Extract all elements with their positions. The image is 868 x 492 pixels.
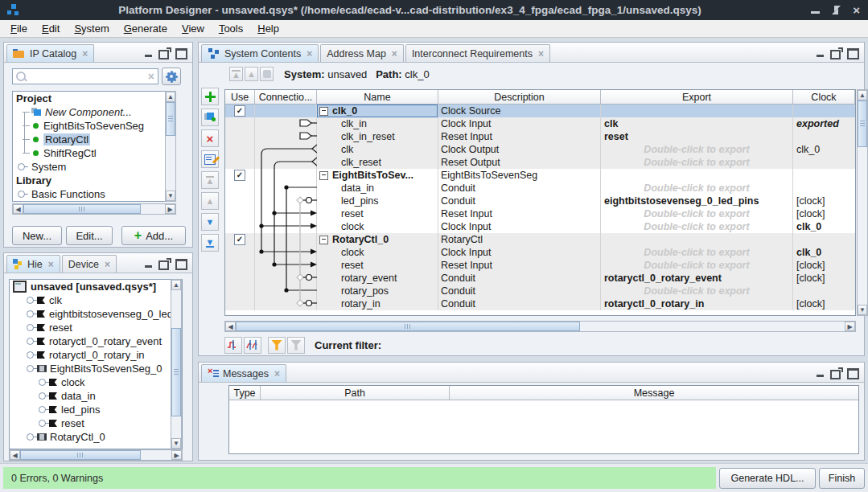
tab-close-icon[interactable]: × — [48, 259, 54, 270]
tab-interconnect-requirements[interactable]: Interconnect Requirements × — [405, 44, 550, 62]
tab-close-icon[interactable]: × — [82, 48, 88, 59]
connections-cell[interactable] — [255, 285, 317, 297]
menu-view[interactable]: View — [175, 21, 212, 36]
menu-edit[interactable]: Edit — [35, 21, 67, 36]
connections-cell[interactable] — [255, 233, 317, 246]
expand-toggle-icon[interactable] — [39, 392, 46, 400]
hierarchy-item-eightbitstosevenseg-0-led-[interactable]: eightbitstosevenseg_0_led_ — [10, 307, 182, 321]
clock-cell[interactable]: [clock] — [793, 207, 855, 220]
move-up-button[interactable]: ▲ — [201, 192, 219, 210]
name-cell[interactable]: clk_in_reset — [317, 130, 438, 143]
export-cell[interactable]: clk — [601, 117, 793, 130]
move-top-button[interactable]: ▲ — [201, 171, 219, 189]
table-row-clk-in[interactable]: clk_inClock Inputclkexported — [225, 117, 855, 130]
panel-maximize-icon[interactable] — [847, 48, 859, 59]
hierarchy-item-clock[interactable]: clock — [10, 375, 182, 389]
clock-cell[interactable]: clk_0 — [793, 220, 855, 233]
tab-device[interactable]: Device × — [62, 255, 117, 273]
export-cell[interactable] — [601, 169, 793, 182]
message-column-path[interactable]: Path — [261, 386, 450, 400]
move-up-hierarchy-button[interactable]: ▲ — [229, 67, 243, 81]
export-cell[interactable]: eightbitstosevenseg_0_led_pins — [601, 195, 793, 207]
use-checkbox[interactable]: ✓ — [234, 170, 245, 181]
collapse-icon[interactable] — [319, 171, 328, 180]
ip-settings-button[interactable] — [162, 68, 181, 85]
connections-cell[interactable] — [255, 182, 317, 195]
ip-tree-item-basic-functions[interactable]: Basic Functions — [13, 187, 175, 201]
show-interfaces-button[interactable] — [244, 337, 261, 354]
clock-cell[interactable]: clk_0 — [793, 143, 855, 156]
message-column-type[interactable]: Type — [229, 386, 261, 400]
name-cell[interactable]: reset — [317, 259, 438, 272]
ip-tree-item-library[interactable]: Library — [13, 174, 175, 187]
panel-float-icon[interactable] — [158, 260, 169, 270]
ip-search-field[interactable]: × — [12, 68, 158, 84]
hierarchy-item-rotaryctl-0-rotary-event[interactable]: rotaryctl_0_rotary_event — [10, 334, 182, 348]
name-cell[interactable]: EightBitsToSev... — [317, 169, 438, 182]
name-cell[interactable]: reset — [317, 207, 438, 220]
clear-filter-button[interactable] — [287, 337, 305, 354]
table-row-rotaryctl-0[interactable]: ✓RotaryCtl_0RotaryCtl — [225, 233, 855, 246]
search-input[interactable] — [29, 70, 145, 83]
connections-cell[interactable] — [255, 130, 317, 143]
expand-toggle-icon[interactable] — [27, 351, 34, 359]
ip-tree-item-eightbitstosevenseg[interactable]: EightBitsToSevenSeg — [13, 119, 175, 133]
name-cell[interactable]: clk_0 — [317, 105, 438, 117]
expand-toggle-icon[interactable] — [27, 338, 34, 345]
connections-cell[interactable] — [255, 169, 317, 182]
hierarchy-vertical-scrollbar[interactable]: ▲ ▼ — [171, 279, 182, 449]
hierarchy-item-data-in[interactable]: data_in — [10, 389, 182, 403]
clock-cell[interactable]: [clock] — [793, 272, 855, 285]
table-row-rotary-in[interactable]: rotary_inConduitrotaryctl_0_rotary_in[cl… — [225, 297, 855, 310]
table-vertical-scrollbar[interactable]: ▲ ▼ — [857, 89, 868, 316]
ip-tree-item-project[interactable]: Project — [13, 92, 175, 105]
column-header-description[interactable]: Description — [438, 90, 601, 104]
export-cell[interactable]: Double-click to export — [601, 143, 793, 156]
clear-search-icon[interactable]: × — [145, 70, 158, 83]
hierarchy-item-rotaryctl-0[interactable]: RotaryCtl_0 — [10, 430, 182, 444]
name-cell[interactable]: rotary_in — [317, 297, 438, 310]
tab-messages[interactable]: × Messages × — [201, 364, 286, 382]
panel-float-icon[interactable] — [830, 50, 841, 59]
tab-ip-catalog[interactable]: IP Catalog × — [6, 44, 94, 62]
add-component-button[interactable] — [201, 109, 219, 126]
add-component-button[interactable]: +Add... — [121, 226, 186, 245]
export-cell[interactable] — [601, 105, 793, 117]
name-cell[interactable]: RotaryCtl_0 — [317, 233, 438, 246]
hierarchy-item-eightbitstosevenseg-0[interactable]: EightBitsToSevenSeg_0 — [10, 362, 182, 375]
expand-toggle-icon[interactable] — [27, 433, 34, 441]
export-cell[interactable]: rotaryctl_0_rotary_in — [601, 297, 793, 310]
panel-maximize-icon[interactable] — [847, 368, 859, 379]
tab-close-icon[interactable]: × — [306, 48, 312, 59]
table-row-clk[interactable]: clkClock OutputDouble-click to exportclk… — [225, 143, 855, 156]
table-row-reset[interactable]: resetReset InputDouble-click to export[c… — [225, 207, 855, 220]
table-row-rotary-event[interactable]: rotary_eventConduitrotaryctl_0_rotary_ev… — [225, 272, 855, 285]
menu-system[interactable]: System — [67, 21, 116, 36]
column-header-connectio-[interactable]: Connectio... — [255, 90, 317, 104]
name-cell[interactable]: clock — [317, 246, 438, 259]
generate-hdl-button[interactable]: Generate HDL... — [719, 468, 816, 489]
filter-button[interactable] — [268, 337, 286, 354]
name-cell[interactable]: clk — [317, 143, 438, 156]
export-cell[interactable]: Double-click to export — [601, 259, 793, 272]
connections-cell[interactable] — [255, 259, 317, 272]
hierarchy-item-reset[interactable]: reset — [10, 321, 182, 334]
table-row-eightbitstosev-[interactable]: ✓EightBitsToSev...EightBitsToSevenSeg — [225, 169, 855, 182]
table-row-clock[interactable]: clockClock InputDouble-click to exportcl… — [225, 246, 855, 259]
table-row-led-pins[interactable]: led_pinsConduiteightbitstosevenseg_0_led… — [225, 195, 855, 207]
panel-minimize-icon[interactable] — [817, 55, 824, 57]
panel-float-icon[interactable] — [830, 370, 841, 379]
expand-toggle-icon[interactable] — [27, 310, 34, 318]
window-restore-icon[interactable] — [832, 6, 841, 14]
clock-cell[interactable]: exported — [793, 117, 855, 130]
ip-tree-item-shiftregctl[interactable]: ShiftRegCtl — [13, 146, 175, 160]
table-row-clk-0[interactable]: ✓clk_0Clock Source — [225, 105, 855, 117]
name-cell[interactable]: clock — [317, 220, 438, 233]
expand-toggle-icon[interactable] — [39, 379, 46, 386]
clock-cell[interactable]: [clock] — [793, 297, 855, 310]
table-row-rotary-pos[interactable]: rotary_posConduitDouble-click to export — [225, 285, 855, 297]
menu-file[interactable]: File — [3, 21, 35, 36]
ip-tree-horizontal-scrollbar[interactable]: ◀ ▶ — [12, 203, 176, 215]
menu-tools[interactable]: Tools — [212, 21, 250, 36]
clock-cell[interactable] — [793, 285, 855, 297]
